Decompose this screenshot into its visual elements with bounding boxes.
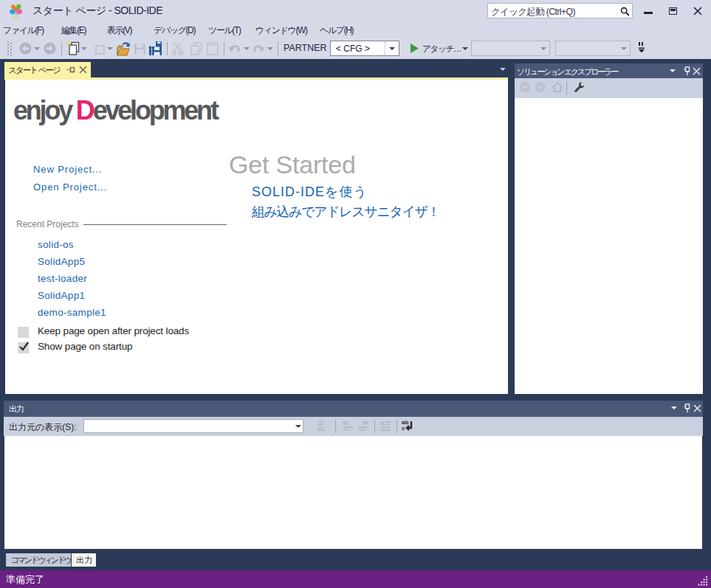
- svg-text:c: c: [402, 425, 405, 432]
